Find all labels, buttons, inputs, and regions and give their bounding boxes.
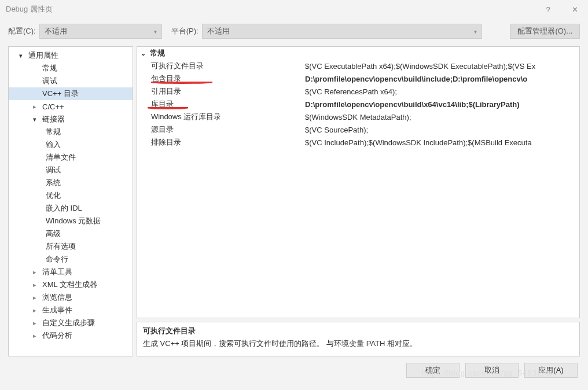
chevron-down-icon: ⌄ [141, 50, 150, 57]
annotation-underline [151, 82, 212, 84]
config-manager-button[interactable]: 配置管理器(O)... [510, 24, 580, 39]
tree-item[interactable]: 链接器 [9, 113, 133, 126]
grid-row[interactable]: 源目录$(VC SourcePath); [137, 123, 579, 136]
tree-arrow-icon [33, 294, 41, 301]
grid-row[interactable]: 库目录D:\promfile\opencv\opencv\build\x64\v… [137, 98, 579, 111]
tree-arrow-icon [33, 307, 41, 314]
description-panel: 可执行文件目录 生成 VC++ 项目期间，搜索可执行文件时使用的路径。 与环境变… [137, 322, 580, 356]
tree-arrow-icon [33, 116, 41, 123]
grid-row-label: 源目录 [137, 124, 305, 135]
tree-item[interactable]: 系统 [9, 176, 133, 189]
property-grid[interactable]: ⌄ 常规 可执行文件目录$(VC ExecutablePath x64);$(W… [137, 46, 580, 318]
grid-row-label: 可执行文件目录 [137, 61, 305, 71]
grid-row-label: 排除目录 [137, 137, 305, 148]
grid-row-value[interactable]: $(WindowsSDK MetadataPath); [305, 113, 579, 122]
ok-button[interactable]: 确定 [406, 363, 460, 378]
platform-value: 不适用 [207, 26, 230, 36]
grid-row-label: 引用目录 [137, 86, 305, 97]
grid-row[interactable]: 可执行文件目录$(VC ExecutablePath x64);$(Window… [137, 60, 579, 72]
chevron-down-icon: ▾ [474, 28, 477, 35]
config-label: 配置(C): [8, 26, 36, 36]
tree-item[interactable]: C/C++ [9, 100, 133, 113]
tree-item[interactable]: 浏览信息 [9, 291, 133, 304]
grid-row-label: Windows 运行库目录 [137, 112, 305, 122]
tree-view[interactable]: 通用属性 常规调试VC++ 目录C/C++链接器常规输入清单文件调试系统优化嵌入… [8, 46, 133, 356]
tree-arrow-icon [33, 319, 41, 327]
grid-row-value[interactable]: D:\promfile\opencv\opencv\build\include;… [305, 75, 579, 83]
grid-row[interactable]: 引用目录$(VC ReferencesPath x64); [137, 85, 579, 98]
dialog-buttons: 确定 取消 应用(A) [0, 356, 588, 384]
chevron-down-icon: ▾ [154, 28, 157, 35]
tree-item[interactable]: 生成事件 [9, 304, 133, 317]
tree-item[interactable]: 清单工具 [9, 266, 133, 278]
tree-root[interactable]: 通用属性 [9, 49, 133, 62]
tree-arrow-icon [33, 103, 41, 111]
description-text: 生成 VC++ 项目期间，搜索可执行文件时使用的路径。 与环境变量 PATH 相… [143, 339, 574, 349]
tree-item[interactable]: 所有选项 [9, 240, 133, 253]
tree-item[interactable]: VC++ 目录 [9, 87, 133, 100]
toolbar: 配置(C): 不适用 ▾ 平台(P): 不适用 ▾ 配置管理器(O)... [0, 19, 588, 44]
tree-item[interactable]: 优化 [9, 189, 133, 202]
grid-section-header[interactable]: ⌄ 常规 [137, 47, 579, 60]
tree-item[interactable]: 调试 [9, 75, 133, 87]
tree-item[interactable]: 代码分析 [9, 329, 133, 342]
platform-label: 平台(P): [171, 26, 199, 36]
tree-item[interactable]: XML 文档生成器 [9, 278, 133, 291]
grid-row-value[interactable]: D:\promfile\opencv\opencv\build\x64\vc14… [305, 100, 579, 109]
tree-item[interactable]: 输入 [9, 138, 133, 151]
config-value: 不适用 [45, 26, 67, 36]
grid-row-value[interactable]: $(VC SourcePath); [305, 126, 579, 134]
titlebar: Debug 属性页 ? ✕ [0, 0, 588, 19]
cancel-button[interactable]: 取消 [465, 363, 519, 378]
annotation-underline [148, 107, 188, 109]
grid-row[interactable]: Windows 运行库目录$(WindowsSDK MetadataPath); [137, 111, 579, 123]
grid-row-value[interactable]: $(VC ExecutablePath x64);$(WindowsSDK Ex… [305, 62, 579, 71]
config-combo[interactable]: 不适用 ▾ [39, 24, 162, 39]
tree-item[interactable]: 命令行 [9, 253, 133, 266]
chevron-down-icon [19, 52, 27, 60]
tree-item[interactable]: 高级 [9, 227, 133, 240]
tree-item[interactable]: 调试 [9, 164, 133, 176]
tree-item[interactable]: 常规 [9, 126, 133, 138]
tree-item[interactable]: 清单文件 [9, 151, 133, 164]
close-icon[interactable]: ✕ [561, 0, 588, 19]
grid-row[interactable]: 排除目录$(VC IncludePath);$(WindowsSDK Inclu… [137, 136, 579, 149]
tree-item[interactable]: Windows 元数据 [9, 215, 133, 227]
grid-row-value[interactable]: $(VC ReferencesPath x64); [305, 87, 579, 96]
apply-button[interactable]: 应用(A) [524, 363, 578, 378]
tree-arrow-icon [33, 281, 41, 289]
grid-row-value[interactable]: $(VC IncludePath);$(WindowsSDK IncludePa… [305, 138, 579, 147]
window-title: Debug 属性页 [6, 4, 53, 14]
description-title: 可执行文件目录 [143, 326, 574, 336]
platform-combo[interactable]: 不适用 ▾ [202, 24, 482, 39]
tree-item[interactable]: 常规 [9, 62, 133, 75]
tree-arrow-icon [33, 332, 41, 340]
tree-item[interactable]: 自定义生成步骤 [9, 317, 133, 329]
help-icon[interactable]: ? [535, 0, 561, 19]
titlebar-controls: ? ✕ [535, 0, 588, 19]
tree-arrow-icon [33, 268, 41, 276]
tree-item[interactable]: 嵌入的 IDL [9, 202, 133, 215]
